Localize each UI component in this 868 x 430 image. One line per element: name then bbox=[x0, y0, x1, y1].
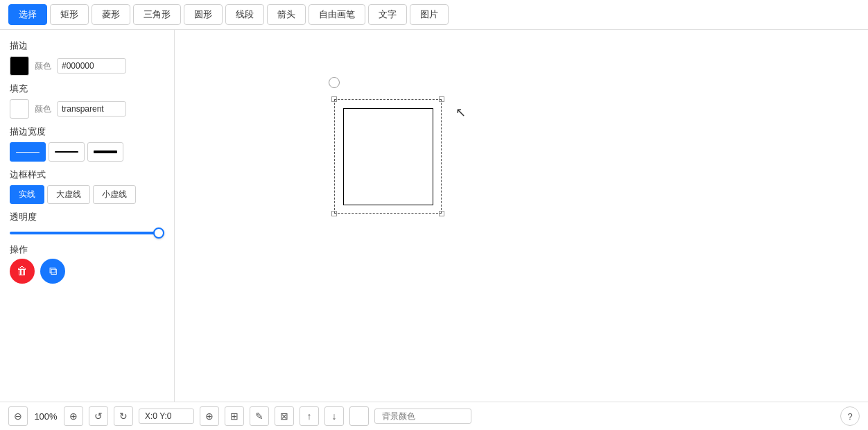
upload-icon: ↑ bbox=[307, 411, 312, 422]
download-button[interactable]: ↓ bbox=[324, 406, 344, 426]
bottom-delete-button[interactable]: ⊠ bbox=[275, 406, 294, 426]
bottom-color-swatch[interactable] bbox=[349, 406, 369, 426]
tool-btn-image[interactable]: 图片 bbox=[410, 4, 449, 25]
stroke-color-swatch[interactable] bbox=[10, 56, 29, 76]
inner-rectangle bbox=[343, 108, 433, 205]
undo-button[interactable]: ↺ bbox=[89, 406, 108, 426]
border-style-group: 实线大虚线小虚线 bbox=[10, 185, 164, 204]
undo-icon: ↺ bbox=[94, 411, 103, 422]
opacity-section: 透明度 bbox=[10, 211, 164, 237]
opacity-slider-wrapper bbox=[10, 226, 164, 237]
tool-btn-triangle[interactable]: 三角形 bbox=[133, 4, 181, 25]
zoom-value: 100% bbox=[33, 411, 58, 422]
tool-btn-freehand[interactable]: 自由画笔 bbox=[309, 4, 365, 25]
tool-btn-text[interactable]: 文字 bbox=[368, 4, 407, 25]
stroke-color-label: 颜色 bbox=[35, 60, 51, 72]
fill-color-swatch[interactable] bbox=[10, 99, 29, 119]
grid-icon: ⊞ bbox=[230, 411, 238, 422]
edit-button[interactable]: ✎ bbox=[250, 406, 269, 426]
rotate-handle[interactable] bbox=[329, 77, 340, 88]
stroke-width-thick-btn[interactable] bbox=[87, 142, 123, 162]
fill-color-label: 颜色 bbox=[35, 103, 51, 115]
stroke-width-medium-btn[interactable] bbox=[49, 142, 85, 162]
medium-line-icon bbox=[55, 151, 78, 153]
operations-section: 操作 🗑 ⧉ bbox=[10, 243, 164, 284]
delete-icon: ⊠ bbox=[280, 411, 288, 422]
zoom-in-icon: ⊕ bbox=[69, 411, 78, 422]
stroke-section: 描边 颜色 bbox=[10, 40, 164, 76]
stroke-width-label: 描边宽度 bbox=[10, 126, 164, 138]
selection-handles bbox=[334, 99, 442, 214]
border-style-small-dash-btn[interactable]: 小虚线 bbox=[93, 185, 136, 204]
redo-icon: ↻ bbox=[119, 411, 128, 422]
tool-btn-arrow[interactable]: 箭头 bbox=[267, 4, 306, 25]
stroke-width-section: 描边宽度 bbox=[10, 126, 164, 162]
align-icon: ⊕ bbox=[205, 411, 214, 422]
trash-icon: 🗑 bbox=[17, 265, 28, 277]
download-icon: ↓ bbox=[332, 411, 337, 422]
stroke-width-group bbox=[10, 142, 164, 162]
bg-color-input[interactable] bbox=[374, 409, 471, 424]
tool-btn-circle[interactable]: 圆形 bbox=[184, 4, 223, 25]
stroke-width-thin-btn[interactable] bbox=[10, 142, 46, 162]
canvas-area[interactable]: ↖ bbox=[175, 30, 868, 402]
tool-btn-select[interactable]: 选择 bbox=[8, 4, 47, 25]
stroke-label: 描边 bbox=[10, 40, 164, 52]
copy-icon: ⧉ bbox=[49, 265, 57, 277]
action-group: 🗑 ⧉ bbox=[10, 259, 164, 284]
fill-color-input[interactable] bbox=[57, 101, 126, 117]
tool-btn-line[interactable]: 线段 bbox=[225, 4, 264, 25]
thick-line-icon bbox=[94, 150, 117, 153]
edit-icon: ✎ bbox=[255, 411, 263, 422]
border-style-solid-btn[interactable]: 实线 bbox=[10, 185, 44, 204]
border-style-label: 边框样式 bbox=[10, 169, 164, 181]
opacity-slider[interactable] bbox=[10, 232, 164, 234]
help-button[interactable]: ? bbox=[840, 406, 860, 426]
coord-display: X:0 Y:0 bbox=[139, 409, 194, 424]
fill-section: 填充 颜色 bbox=[10, 83, 164, 119]
fill-label: 填充 bbox=[10, 83, 164, 95]
zoom-in-button[interactable]: ⊕ bbox=[64, 406, 83, 426]
cursor-indicator: ↖ bbox=[455, 105, 466, 120]
tool-btn-rect[interactable]: 矩形 bbox=[50, 4, 89, 25]
operation-label: 操作 bbox=[10, 243, 164, 256]
zoom-out-button[interactable]: ⊖ bbox=[8, 406, 28, 426]
stroke-color-input[interactable] bbox=[57, 58, 126, 74]
border-style-large-dash-btn[interactable]: 大虚线 bbox=[47, 185, 90, 204]
tool-btn-diamond[interactable]: 菱形 bbox=[92, 4, 130, 25]
opacity-label: 透明度 bbox=[10, 211, 164, 223]
copy-button[interactable]: ⧉ bbox=[40, 259, 65, 284]
main-area: 描边 颜色 填充 颜色 描边宽度 bbox=[0, 30, 868, 402]
zoom-out-icon: ⊖ bbox=[14, 411, 22, 422]
redo-button[interactable]: ↻ bbox=[114, 406, 133, 426]
top-toolbar: 选择矩形菱形三角形圆形线段箭头自由画笔文字图片 bbox=[0, 0, 868, 30]
help-icon: ? bbox=[847, 411, 852, 422]
thin-line-icon bbox=[16, 152, 40, 153]
bottom-toolbar: ⊖ 100% ⊕ ↺ ↻ X:0 Y:0 ⊕ ⊞ ✎ ⊠ ↑ ↓ ? bbox=[0, 402, 868, 430]
delete-button[interactable]: 🗑 bbox=[10, 259, 35, 284]
grid-button[interactable]: ⊞ bbox=[225, 406, 244, 426]
align-button[interactable]: ⊕ bbox=[200, 406, 219, 426]
upload-button[interactable]: ↑ bbox=[300, 406, 319, 426]
left-panel: 描边 颜色 填充 颜色 描边宽度 bbox=[0, 30, 175, 402]
border-style-section: 边框样式 实线大虚线小虚线 bbox=[10, 169, 164, 204]
